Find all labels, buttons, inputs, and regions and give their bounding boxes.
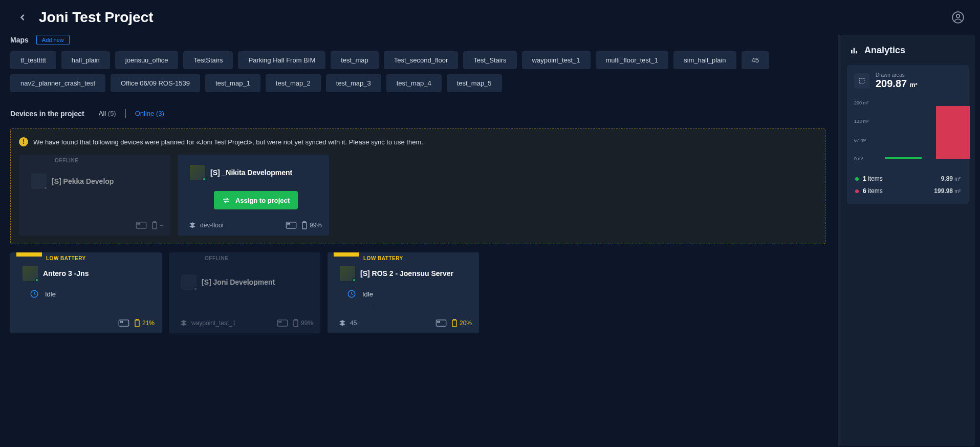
card-icon bbox=[277, 320, 288, 327]
map-chip[interactable]: test_map_4 bbox=[386, 74, 442, 92]
svg-rect-9 bbox=[303, 221, 306, 222]
svg-rect-17 bbox=[294, 320, 298, 327]
svg-rect-27 bbox=[859, 78, 864, 83]
map-chip[interactable]: TestStairs bbox=[183, 51, 233, 69]
status-badge: OFFLINE bbox=[55, 158, 170, 163]
battery-indicator: 99% bbox=[293, 319, 313, 327]
tab-all[interactable]: All (5) bbox=[99, 108, 116, 119]
map-chip[interactable]: Office 06/09 ROS-1539 bbox=[111, 74, 200, 92]
map-chip[interactable]: hall_plain bbox=[61, 51, 110, 69]
device-floor: waypoint_test_1 bbox=[191, 320, 236, 327]
warning-text: We have found that following devices wer… bbox=[33, 138, 423, 146]
device-floor: dev-floor bbox=[200, 222, 224, 229]
battery-icon bbox=[302, 221, 307, 229]
map-chip[interactable]: sim_hall_plain bbox=[673, 51, 736, 69]
map-chip[interactable]: Test_Stairs bbox=[463, 51, 516, 69]
page-header: Joni Test Project bbox=[0, 0, 980, 35]
battery-indicator: 21% bbox=[135, 319, 155, 327]
map-chip[interactable]: Test_second_floor bbox=[384, 51, 459, 69]
tab-online-count: (3) bbox=[156, 110, 164, 117]
svg-rect-26 bbox=[856, 51, 857, 53]
divider bbox=[57, 305, 142, 305]
map-chip[interactable]: test_map_2 bbox=[266, 74, 321, 92]
device-name: [S] ROS 2 - Joensuu Server bbox=[360, 269, 453, 278]
battery-icon bbox=[452, 319, 457, 327]
user-circle-icon bbox=[951, 11, 965, 24]
battery-text: – bbox=[160, 222, 163, 229]
tab-online[interactable]: Online (3) bbox=[135, 108, 164, 119]
user-avatar-button[interactable] bbox=[951, 11, 965, 24]
status-badge: OFFLINE bbox=[205, 256, 320, 261]
device-card[interactable]: LOW BATTERY [S] ROS 2 - Joensuu Server I… bbox=[328, 252, 479, 333]
svg-rect-6 bbox=[286, 222, 296, 228]
device-thumbnail bbox=[190, 165, 205, 180]
divider bbox=[375, 305, 460, 305]
battery-indicator: – bbox=[152, 221, 163, 229]
map-chip[interactable]: 45 bbox=[742, 51, 769, 69]
analytics-panel: Analytics Drawn areas 209.87 m² 200 m² 1… bbox=[841, 35, 975, 446]
device-thumbnail bbox=[181, 274, 197, 290]
map-chip[interactable]: test_map_1 bbox=[205, 74, 260, 92]
legend-dot-icon bbox=[855, 189, 859, 193]
map-chip[interactable]: test_map_3 bbox=[326, 74, 381, 92]
chevron-left-icon bbox=[17, 12, 28, 23]
assign-to-project-button[interactable]: Assign to project bbox=[214, 191, 298, 209]
pending-device-card[interactable]: OFFLINE [S] Pekka Develop – bbox=[19, 155, 170, 236]
status-badge: LOW BATTERY bbox=[46, 256, 86, 261]
device-list: LOW BATTERY Antero 3 -Jns Idle 21% OFFLI… bbox=[10, 252, 825, 333]
battery-icon bbox=[293, 319, 298, 327]
svg-rect-14 bbox=[136, 319, 138, 320]
clock-icon bbox=[347, 289, 356, 299]
area-bar-chart: 200 m² 133 m² 67 m² 0 m² bbox=[854, 99, 962, 165]
device-state: Idle bbox=[45, 290, 56, 298]
map-chip[interactable]: waypoint_test_1 bbox=[522, 51, 591, 69]
battery-text: 21% bbox=[142, 320, 155, 327]
drawn-areas-card: Drawn areas 209.87 m² 200 m² 133 m² 67 m… bbox=[847, 65, 969, 204]
map-chip[interactable]: nav2_planner_crash_test bbox=[10, 74, 105, 92]
status-tab-icon bbox=[334, 252, 359, 257]
svg-rect-7 bbox=[288, 224, 290, 225]
device-thumbnail bbox=[31, 174, 47, 189]
device-name: [S] _Nikita Development bbox=[210, 168, 292, 177]
battery-indicator: 99% bbox=[302, 221, 322, 229]
svg-rect-23 bbox=[453, 319, 455, 320]
device-name: [S] Pekka Develop bbox=[52, 177, 114, 185]
maps-list: tf_testtttthall_plainjoensuu_officeTestS… bbox=[10, 51, 825, 92]
map-chip[interactable]: Parking Hall From BIM bbox=[238, 51, 325, 69]
svg-rect-15 bbox=[277, 320, 287, 326]
card-icon bbox=[286, 222, 297, 229]
battery-text: 99% bbox=[310, 222, 322, 229]
y-axis-tick: 67 m² bbox=[854, 138, 866, 143]
chart-bar-red bbox=[936, 106, 970, 159]
stat-value: 209.87 m² bbox=[876, 78, 917, 90]
device-name: [S] Joni Development bbox=[202, 278, 275, 286]
map-chip[interactable]: test_map bbox=[331, 51, 378, 69]
battery-icon bbox=[135, 319, 140, 327]
map-chip[interactable]: tf_testtttt bbox=[10, 51, 56, 69]
device-card[interactable]: LOW BATTERY Antero 3 -Jns Idle 21% bbox=[10, 252, 162, 333]
back-button[interactable] bbox=[15, 10, 30, 25]
status-dot-icon bbox=[35, 278, 39, 282]
tab-all-label: All bbox=[99, 110, 106, 117]
page-title: Joni Test Project bbox=[39, 9, 154, 26]
device-card[interactable]: OFFLINE [S] Joni Development waypoint_te… bbox=[169, 252, 320, 333]
map-chip[interactable]: joensuu_office bbox=[115, 51, 179, 69]
card-icon bbox=[118, 320, 129, 327]
pending-device-card[interactable]: [S] _Nikita Development Assign to projec… bbox=[178, 155, 329, 236]
legend-row: 6 items 199.98 m² bbox=[854, 185, 962, 197]
svg-rect-16 bbox=[279, 322, 281, 323]
tab-all-count: (5) bbox=[108, 110, 116, 117]
devices-section-title: Devices in the project bbox=[10, 110, 84, 118]
map-chip[interactable]: test_map_5 bbox=[447, 74, 502, 92]
chart-bar-green bbox=[885, 157, 922, 159]
map-chip[interactable]: multi_floor_test_1 bbox=[596, 51, 669, 69]
svg-rect-8 bbox=[302, 222, 307, 229]
clock-icon bbox=[30, 289, 39, 299]
add-map-button[interactable]: Add new bbox=[36, 35, 70, 45]
svg-rect-11 bbox=[119, 320, 128, 326]
battery-text: 99% bbox=[301, 320, 313, 327]
y-axis-tick: 200 m² bbox=[854, 100, 868, 105]
svg-rect-5 bbox=[154, 221, 156, 222]
svg-rect-2 bbox=[137, 222, 146, 228]
card-icon bbox=[136, 222, 147, 229]
